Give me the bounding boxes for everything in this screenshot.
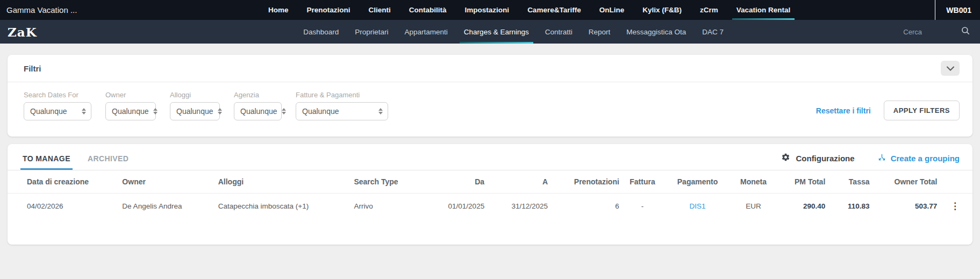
col-search-type: Search Type [354, 177, 423, 186]
cell-moneta: EUR [729, 202, 777, 210]
topnav-online[interactable]: OnLine [599, 0, 625, 20]
property-name: Gamma Vacation ... [0, 0, 124, 20]
alloggi-select[interactable]: Qualunque [170, 102, 220, 120]
select-value: Qualunque [302, 107, 339, 116]
cell-tassa: 110.83 [825, 202, 869, 210]
cell-fattura: - [619, 202, 666, 210]
subnav-charges-earnings[interactable]: Charges & Earnings [464, 20, 529, 44]
tab-archived[interactable]: ARCHIVED [85, 154, 131, 170]
filter-label: Alloggi [170, 91, 220, 99]
filter-agenzia: Agenzia Qualunque [234, 91, 282, 120]
filter-alloggi: Alloggi Qualunque [170, 91, 220, 120]
subnav-report[interactable]: Report [589, 20, 611, 44]
search-area: Cerca [903, 20, 980, 44]
col-pm-total: PM Total [777, 177, 825, 186]
tabs: TO MANAGE ARCHIVED [20, 154, 131, 170]
topnav-home[interactable]: Home [268, 0, 289, 20]
filter-search-dates-for: Search Dates For Qualunque [24, 91, 91, 120]
search-label[interactable]: Cerca [903, 28, 922, 36]
col-data-di-creazione: Data di creazione [27, 177, 122, 186]
table-header-row: Data di creazione Owner Alloggi Search T… [8, 170, 972, 194]
col-tassa: Tassa [825, 177, 869, 186]
subnav-proprietari[interactable]: Proprietari [355, 20, 388, 44]
topnav-camere-tariffe[interactable]: Camere&Tariffe [527, 0, 581, 20]
cell-prenotazioni: 6 [548, 202, 619, 210]
tab-to-manage[interactable]: TO MANAGE [20, 154, 73, 170]
filter-label: Agenzia [234, 91, 282, 99]
topnav-clienti[interactable]: Clienti [369, 0, 391, 20]
agenzia-select[interactable]: Qualunque [234, 102, 282, 120]
col-pagamento: Pagamento [666, 177, 729, 186]
select-arrows-icon [218, 108, 222, 115]
cell-owner-total: 503.77 [870, 202, 938, 210]
zak-logo: ZaK [0, 20, 124, 44]
topnav-prenotazioni[interactable]: Prenotazioni [307, 0, 350, 20]
select-arrows-icon [378, 108, 383, 115]
create-grouping-label: Create a grouping [891, 154, 960, 163]
search-icon[interactable] [961, 26, 970, 38]
table-row: 04/02/2026 De Angelis Andrea Catapecchia… [8, 194, 972, 219]
cell-pagamento-link[interactable]: DIS1 [666, 202, 729, 210]
topnav-zcrm[interactable]: zCrm [700, 0, 718, 20]
configuration-button[interactable]: Configurazione [781, 153, 854, 163]
cell-pm-total: 290.40 [777, 202, 825, 210]
search-dates-for-select[interactable]: Qualunque [24, 102, 91, 120]
create-grouping-button[interactable]: Create a grouping [877, 153, 960, 163]
select-value: Qualunque [112, 107, 149, 116]
cell-data-di-creazione: 04/02/2026 [27, 202, 122, 210]
fatture-pagamenti-select[interactable]: Qualunque [296, 102, 388, 120]
filters-body: Search Dates For Qualunque Owner Qualunq… [8, 82, 972, 137]
top-bar: Gamma Vacation ... Home Prenotazioni Cli… [0, 0, 980, 20]
zak-navigation: Dashboard Proprietari Appartamenti Charg… [124, 20, 903, 44]
filter-label: Owner [105, 91, 156, 99]
filters-title: Filtri [24, 64, 41, 73]
cell-search-type: Arrivo [354, 202, 423, 210]
select-value: Qualunque [240, 107, 277, 116]
charges-table-panel: TO MANAGE ARCHIVED Configurazione Create [8, 144, 972, 245]
tabs-actions: Configurazione Create a grouping [781, 153, 960, 170]
top-navigation: Home Prenotazioni Clienti Contabilità Im… [124, 0, 935, 20]
tabs-row: TO MANAGE ARCHIVED Configurazione Create [8, 144, 972, 170]
filter-owner: Owner Qualunque [105, 91, 156, 120]
row-menu-icon[interactable]: ⋮ [950, 201, 960, 211]
filters-actions: Resettare i filtri APPLY FILTERS [816, 101, 960, 120]
select-arrows-icon [82, 108, 86, 115]
gear-icon [781, 153, 790, 163]
zak-sub-nav: ZaK Dashboard Proprietari Appartamenti C… [0, 20, 980, 44]
filter-label: Fatture & Pagamenti [296, 91, 388, 99]
cell-da: 01/01/2025 [423, 202, 484, 210]
col-moneta: Moneta [729, 177, 777, 186]
filter-fields: Search Dates For Qualunque Owner Qualunq… [24, 91, 388, 120]
select-arrows-icon [282, 108, 286, 115]
cell-alloggi: Catapecchia imboscata (+1) [218, 202, 354, 210]
apply-filters-button[interactable]: APPLY FILTERS [884, 101, 960, 120]
subnav-dashboard[interactable]: Dashboard [303, 20, 339, 44]
subnav-appartamenti[interactable]: Appartamenti [405, 20, 448, 44]
account-code: WB001 [935, 0, 980, 20]
collapse-filters-button[interactable] [941, 61, 960, 76]
col-fattura: Fattura [619, 177, 666, 186]
cell-owner: De Angelis Andrea [122, 202, 218, 210]
filters-header: Filtri [8, 55, 972, 82]
subnav-dac7[interactable]: DAC 7 [702, 20, 724, 44]
topnav-vacation-rental[interactable]: Vacation Rental [736, 0, 791, 20]
select-value: Qualunque [176, 107, 213, 116]
select-value: Qualunque [30, 107, 67, 116]
reset-filters-link[interactable]: Resettare i filtri [816, 106, 871, 115]
configuration-label: Configurazione [796, 154, 854, 163]
topnav-contabilita[interactable]: Contabilità [409, 0, 447, 20]
owner-select[interactable]: Qualunque [105, 102, 156, 120]
col-owner-total: Owner Total [870, 177, 938, 186]
cell-a: 31/12/2025 [484, 202, 548, 210]
topnav-kylix[interactable]: Kylix (F&B) [642, 0, 682, 20]
col-prenotazioni: Prenotazioni [548, 177, 619, 186]
subnav-messaggistica-ota[interactable]: Messaggistica Ota [626, 20, 686, 44]
filter-fatture-pagamenti: Fatture & Pagamenti Qualunque [296, 91, 388, 120]
select-arrows-icon [153, 108, 158, 115]
topnav-impostazioni[interactable]: Impostazioni [465, 0, 510, 20]
col-da: Da [423, 177, 484, 186]
split-arrows-icon [877, 153, 886, 163]
filter-label: Search Dates For [24, 91, 91, 99]
col-owner: Owner [122, 177, 218, 186]
subnav-contratti[interactable]: Contratti [545, 20, 573, 44]
